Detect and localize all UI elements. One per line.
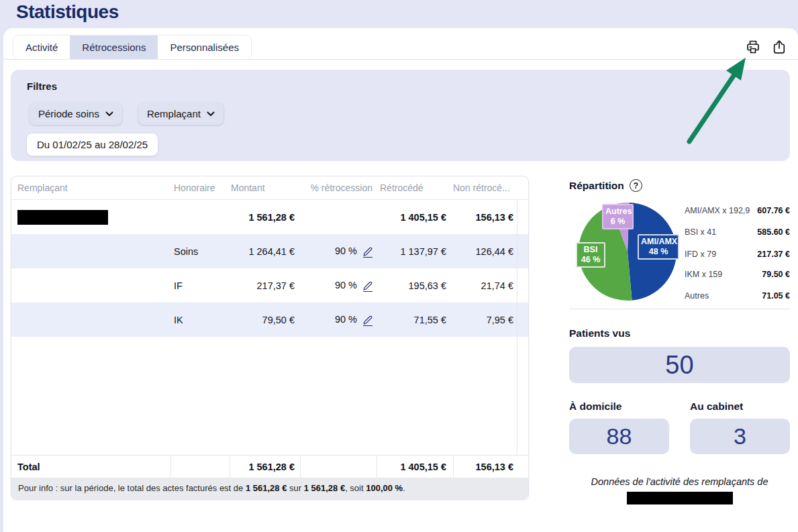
section-divider bbox=[569, 309, 790, 309]
col-retrocede: Rétrocédé bbox=[377, 182, 453, 193]
footer-note: Données de l'activité des remplaçants de bbox=[569, 476, 790, 487]
table-row-if: IF 217,37 € 90 % 195,63 € 21,74 € bbox=[11, 268, 528, 303]
pie-label-ami-amx: AMI/AMX 48 % bbox=[638, 234, 679, 260]
total-non-retrocede: 156,13 € bbox=[453, 456, 517, 478]
col-montant: Montant bbox=[230, 182, 300, 193]
page-title: Statistiques bbox=[16, 1, 119, 23]
table-total-row: Total 1 561,28 € 1 405,15 € 156,13 € bbox=[11, 455, 528, 478]
redacted-practitioner-name bbox=[627, 492, 733, 504]
tab-activite[interactable]: Activité bbox=[13, 36, 70, 59]
montant-value: 217,37 € bbox=[230, 280, 300, 291]
printer-icon[interactable] bbox=[745, 39, 761, 55]
legend-item: Autres71.05 € bbox=[685, 289, 790, 303]
non-retrocede-value: 7,95 € bbox=[453, 315, 517, 325]
table-footnote: Pour info : sur la période, le total des… bbox=[11, 478, 528, 499]
honoraire-label: Soins bbox=[170, 246, 230, 257]
pencil-icon bbox=[363, 315, 372, 325]
honoraire-label: IK bbox=[170, 315, 230, 325]
filter-periode-soins-label: Période soins bbox=[38, 108, 99, 119]
filter-remplacant-label: Remplaçant bbox=[147, 108, 201, 119]
retrocessions-table: Remplaçant Honoraire Montant % rétrocess… bbox=[11, 176, 529, 500]
retrocede-value: 71,55 € bbox=[377, 315, 453, 325]
filter-remplacant[interactable]: Remplaçant bbox=[138, 103, 223, 125]
pct-value: 90 % bbox=[335, 314, 357, 325]
honoraire-label: IF bbox=[170, 280, 230, 291]
filter-periode-soins[interactable]: Période soins bbox=[30, 103, 122, 125]
pencil-icon bbox=[363, 247, 372, 256]
tab-retrocessions[interactable]: Rétrocessions bbox=[70, 36, 158, 59]
a-domicile-value: 88 bbox=[569, 419, 669, 454]
retrocede-value: 1 137,97 € bbox=[377, 246, 453, 257]
repartition-title: Répartition bbox=[569, 180, 624, 192]
filters-panel: Filtres Période soins Remplaçant Du 01/0… bbox=[11, 70, 790, 161]
summary-non-retrocede: 156,13 € bbox=[453, 212, 517, 223]
table-header: Remplaçant Honoraire Montant % rétrocess… bbox=[11, 176, 528, 200]
au-cabinet-label: Au cabinet bbox=[690, 401, 790, 413]
total-label: Total bbox=[11, 456, 170, 478]
edit-pct-button[interactable] bbox=[363, 247, 372, 258]
pct-value: 90 % bbox=[335, 280, 357, 290]
pie-label-autres: Autres 6 % bbox=[602, 204, 634, 229]
montant-value: 79,50 € bbox=[230, 315, 300, 325]
tab-personnalisees[interactable]: Personnalisées bbox=[158, 36, 251, 59]
pct-value: 90 % bbox=[335, 246, 357, 256]
patients-vus-title: Patients vus bbox=[569, 327, 790, 339]
col-pct-retrocession: % rétrocession bbox=[300, 182, 377, 193]
col-non-retrocede: Non rétrocé... bbox=[453, 182, 517, 193]
chevron-down-icon bbox=[105, 111, 113, 117]
date-range-button[interactable]: Du 01/02/25 au 28/02/25 bbox=[27, 134, 158, 156]
table-row-ik: IK 79,50 € 90 % 71,55 € 7,95 € bbox=[11, 303, 528, 337]
table-row-summary: 1 561,28 € 1 405,15 € 156,13 € bbox=[11, 200, 528, 234]
col-remplacant: Remplaçant bbox=[11, 182, 170, 193]
pencil-icon bbox=[363, 281, 372, 290]
au-cabinet-value: 3 bbox=[690, 419, 790, 454]
filters-title: Filtres bbox=[27, 81, 790, 92]
non-retrocede-value: 126,44 € bbox=[453, 246, 517, 257]
summary-retrocede: 1 405,15 € bbox=[377, 212, 453, 223]
total-montant: 1 561,28 € bbox=[230, 456, 300, 478]
pie-label-bsi: BSI 46 % bbox=[576, 242, 605, 268]
legend-item: AMI/AMX x 192,9607.76 € bbox=[685, 204, 790, 217]
a-domicile-label: À domicile bbox=[569, 401, 669, 413]
table-row-soins: Soins 1 264,41 € 90 % 1 137,97 € 126,44 … bbox=[11, 234, 528, 268]
top-band: Statistiques bbox=[0, 0, 798, 28]
col-honoraire: Honoraire bbox=[170, 182, 230, 193]
stats-tabs: Activité Rétrocessions Personnalisées bbox=[13, 35, 252, 60]
question-mark-icon[interactable]: ? bbox=[630, 179, 642, 192]
montant-value: 1 264,41 € bbox=[230, 246, 300, 257]
redacted-remplacant-name bbox=[17, 210, 108, 225]
content-sheet: Activité Rétrocessions Personnalisées Fi… bbox=[3, 28, 798, 532]
legend-item: IFD x 79217.37 € bbox=[685, 248, 790, 261]
edit-pct-button[interactable] bbox=[363, 315, 372, 326]
legend-item: BSI x 41585.60 € bbox=[685, 225, 790, 239]
summary-montant: 1 561,28 € bbox=[230, 212, 300, 223]
toolbar bbox=[745, 39, 787, 55]
repartition-chart: Autres 6 % BSI 46 % AMI/AMX 48 % AMI/AMX… bbox=[569, 198, 790, 309]
total-retrocede: 1 405,15 € bbox=[377, 456, 453, 478]
share-icon[interactable] bbox=[771, 39, 787, 55]
table-scrollbar[interactable] bbox=[517, 200, 517, 455]
right-column: Répartition ? Autres 6 % BSI 46 % AMI/AM… bbox=[569, 176, 790, 504]
retrocede-value: 195,63 € bbox=[377, 280, 453, 291]
chevron-down-icon bbox=[207, 111, 215, 117]
edit-pct-button[interactable] bbox=[363, 281, 372, 292]
legend-item: IKM x 15979.50 € bbox=[685, 268, 790, 281]
non-retrocede-value: 21,74 € bbox=[453, 280, 517, 291]
patients-vus-value: 50 bbox=[569, 347, 790, 383]
